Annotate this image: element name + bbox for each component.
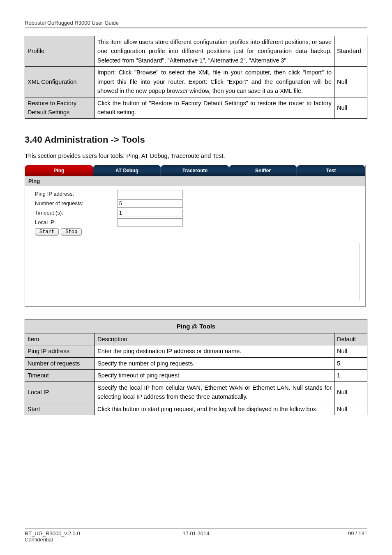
- table-header-row: Item Description Default: [25, 333, 367, 345]
- cell-default: Null: [334, 345, 367, 357]
- header-default: Default: [334, 333, 367, 345]
- local-ip-label: Local IP:: [35, 219, 117, 225]
- num-requests-label: Number of requests:: [35, 200, 117, 206]
- cell-name: Local IP: [25, 382, 95, 403]
- cell-name: XML Configuration: [25, 67, 95, 97]
- cell-desc: Click the button of "Restore to Factory …: [95, 97, 334, 118]
- cell-default: Null: [334, 403, 367, 415]
- timeout-input[interactable]: [117, 209, 183, 217]
- footer-center: 17.01.2014: [25, 530, 367, 536]
- cell-default: Null: [334, 97, 367, 118]
- table-row: Ping IP address Enter the ping destinati…: [25, 345, 367, 357]
- table-row: Restore to Factory Default Settings Clic…: [25, 97, 367, 118]
- header-desc: Description: [95, 333, 334, 345]
- cell-desc: Specify the local IP from cellular WAN, …: [95, 382, 334, 403]
- table-row: Start Click this button to start ping re…: [25, 403, 367, 415]
- ping-form: Ping IP address: Number of requests: Tim…: [25, 186, 365, 240]
- tab-test[interactable]: Test: [297, 165, 365, 176]
- num-requests-input[interactable]: [117, 199, 183, 208]
- cell-desc: This item allow users store different co…: [95, 36, 334, 67]
- ping-output-box: [31, 243, 360, 301]
- cell-name: Number of requests: [25, 357, 95, 369]
- intro-text: This section provides users four tools: …: [25, 153, 367, 159]
- table-row: Local IP Specify the local IP from cellu…: [25, 382, 367, 403]
- cell-desc: Specify the number of ping requests.: [95, 357, 334, 369]
- tab-sniffer[interactable]: Sniffer: [229, 165, 297, 176]
- cell-name: Start: [25, 403, 95, 415]
- cell-name: Profile: [25, 36, 95, 67]
- section-heading: 3.40 Administration -> Tools: [25, 134, 367, 145]
- table-row: XML Configuration Import: Click "Browse"…: [25, 67, 367, 97]
- cell-desc: Specify timeout of ping request.: [95, 370, 334, 382]
- cell-default: 1: [334, 370, 367, 382]
- start-button[interactable]: Start: [35, 228, 59, 236]
- table-row: Profile This item allow users store diff…: [25, 36, 367, 67]
- timeout-label: Timeout (s):: [35, 210, 117, 216]
- cell-desc: Click this button to start ping request,…: [95, 403, 334, 415]
- tab-atdebug[interactable]: AT Debug: [93, 165, 161, 176]
- tab-traceroute[interactable]: Traceroute: [161, 165, 229, 176]
- tools-screenshot: Ping AT Debug Traceroute Sniffer Test Pi…: [25, 165, 366, 307]
- local-ip-input[interactable]: [117, 218, 183, 227]
- cell-default: Null: [334, 382, 367, 403]
- cell-default: Null: [334, 67, 367, 97]
- table-row: Number of requests Specify the number of…: [25, 357, 367, 369]
- cell-name: Timeout: [25, 370, 95, 382]
- cell-desc: Enter the ping destination IP address or…: [95, 345, 334, 357]
- stop-button[interactable]: Stop: [61, 228, 82, 236]
- page-header: Robustel GoRugged R3000 User Guide: [25, 20, 367, 28]
- config-table: Profile This item allow users store diff…: [25, 36, 367, 119]
- tab-bar: Ping AT Debug Traceroute Sniffer Test: [25, 165, 365, 176]
- ping-tools-table: Ping @ Tools Item Description Default Pi…: [25, 319, 367, 416]
- cell-name: Restore to Factory Default Settings: [25, 97, 95, 118]
- header-item: Item: [25, 333, 95, 345]
- cell-default: Standard: [334, 36, 367, 67]
- panel-title: Ping: [25, 176, 365, 186]
- table-row: Timeout Specify timeout of ping request.…: [25, 370, 367, 382]
- cell-default: 5: [334, 357, 367, 369]
- cell-name: Ping IP address: [25, 345, 95, 357]
- tab-ping[interactable]: Ping: [25, 165, 93, 176]
- table-title: Ping @ Tools: [25, 319, 367, 333]
- cell-desc: Import: Click "Browse" to select the XML…: [95, 67, 334, 97]
- ping-ip-input[interactable]: [117, 190, 183, 198]
- page-footer: RT_UG_R3000_v.2.0.0 Confidential 17.01.2…: [25, 528, 367, 543]
- ping-ip-label: Ping IP address:: [35, 191, 117, 197]
